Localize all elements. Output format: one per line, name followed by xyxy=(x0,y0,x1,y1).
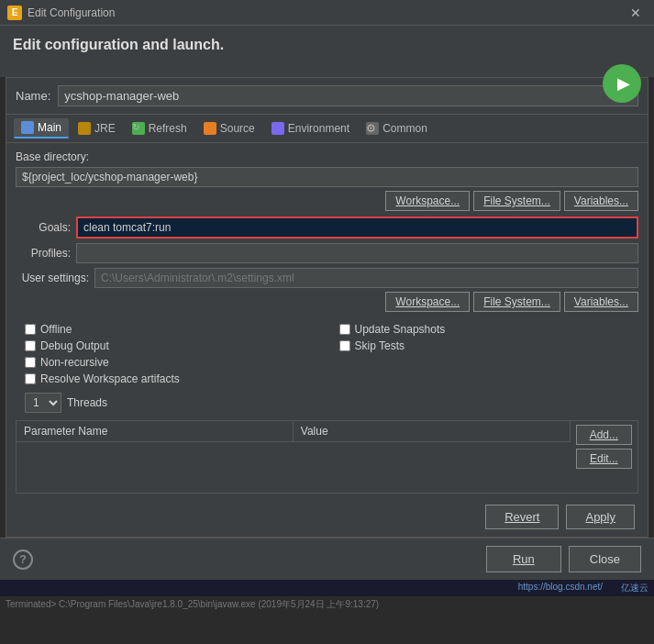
tab-jre[interactable]: JRE xyxy=(71,119,123,138)
main-content: Edit configuration and launch. xyxy=(0,26,654,77)
debug-output-label: Debug Output xyxy=(40,339,109,352)
edit-param-button[interactable]: Edit... xyxy=(576,449,632,469)
tab-refresh[interactable]: ↻ Refresh xyxy=(125,119,194,138)
update-snapshots-label: Update Snapshots xyxy=(355,323,446,336)
dialog-panel: Name: Main JRE ↻ Refresh Source Environm… xyxy=(6,77,648,538)
watermark-url: https://blog.csdn.net/ xyxy=(518,582,603,594)
status-bar: Terminated> C:\Program Files\Java\jre1.8… xyxy=(0,596,654,613)
file-system-button-2[interactable]: File System... xyxy=(473,292,560,312)
user-settings-buttons: Workspace... File System... Variables... xyxy=(16,292,638,312)
jre-tab-icon xyxy=(78,122,91,135)
workspace-button-1[interactable]: Workspace... xyxy=(385,191,470,211)
tab-main-label: Main xyxy=(38,121,61,134)
tab-source[interactable]: Source xyxy=(196,119,262,138)
revert-button[interactable]: Revert xyxy=(485,505,559,529)
non-recursive-checkbox-row: Non-recursive xyxy=(25,356,325,369)
form-area: Base directory: Workspace... File System… xyxy=(6,143,648,319)
update-snapshots-checkbox[interactable] xyxy=(339,324,350,335)
help-icon[interactable]: ? xyxy=(13,550,33,570)
footer-row: ? Run Close xyxy=(0,538,654,580)
param-table-header: Parameter Name Value xyxy=(17,421,571,442)
base-directory-label: Base directory: xyxy=(16,150,638,163)
file-system-button-1[interactable]: File System... xyxy=(473,191,560,211)
threads-select[interactable]: 1 2 4 8 xyxy=(25,393,61,413)
env-tab-icon xyxy=(272,122,284,135)
apply-button[interactable]: Apply xyxy=(566,505,635,529)
tab-refresh-label: Refresh xyxy=(149,122,187,135)
bottom-buttons: Revert Apply xyxy=(6,497,648,537)
goals-input[interactable] xyxy=(76,217,638,239)
tab-common[interactable]: ⚙ Common xyxy=(359,119,435,138)
threads-label: Threads xyxy=(67,396,107,409)
resolve-workspace-checkbox[interactable] xyxy=(25,373,36,384)
param-table-buttons: Add... Edit... xyxy=(571,421,637,493)
refresh-tab-icon: ↻ xyxy=(132,122,145,135)
profiles-label: Profiles: xyxy=(16,247,71,260)
run-footer-button[interactable]: Run xyxy=(486,546,561,572)
param-table: Parameter Name Value xyxy=(17,421,571,493)
app-icon: E xyxy=(7,6,22,20)
variables-button-2[interactable]: Variables... xyxy=(564,292,638,312)
skip-tests-label: Skip Tests xyxy=(355,339,405,352)
debug-output-checkbox[interactable] xyxy=(25,340,36,351)
profiles-row: Profiles: xyxy=(16,243,638,263)
skip-tests-checkbox-row: Skip Tests xyxy=(339,339,639,352)
debug-output-checkbox-row: Debug Output xyxy=(25,339,325,352)
header-title: Edit configuration and launch. xyxy=(13,37,641,53)
watermark-bar: https://blog.csdn.net/ 亿速云 xyxy=(0,580,654,596)
user-settings-input[interactable] xyxy=(94,268,638,288)
update-snapshots-checkbox-row: Update Snapshots xyxy=(339,323,639,336)
profiles-input[interactable] xyxy=(76,243,638,263)
offline-checkbox[interactable] xyxy=(25,324,36,335)
main-tab-icon xyxy=(21,121,34,134)
tab-source-label: Source xyxy=(220,122,255,135)
common-tab-icon: ⚙ xyxy=(366,122,379,135)
workspace-button-2[interactable]: Workspace... xyxy=(385,292,470,312)
base-directory-input[interactable] xyxy=(16,167,638,187)
name-row: Name: xyxy=(6,78,648,115)
close-button[interactable]: ✕ xyxy=(625,4,647,22)
base-dir-buttons: Workspace... File System... Variables... xyxy=(16,191,638,211)
goals-row: Goals: xyxy=(16,217,638,239)
resolve-workspace-label: Resolve Workspace artifacts xyxy=(40,372,180,385)
tab-environment-label: Environment xyxy=(288,122,349,135)
tab-main[interactable]: Main xyxy=(14,118,69,139)
run-button[interactable] xyxy=(603,64,641,103)
checkboxes-area: Offline Update Snapshots Debug Output Sk… xyxy=(6,319,648,389)
variables-button-1[interactable]: Variables... xyxy=(564,191,638,211)
resolve-workspace-checkbox-row: Resolve Workspace artifacts xyxy=(25,372,638,385)
name-input[interactable] xyxy=(58,85,638,106)
skip-tests-checkbox[interactable] xyxy=(339,340,350,351)
tab-environment[interactable]: Environment xyxy=(264,119,357,138)
non-recursive-label: Non-recursive xyxy=(40,356,109,369)
offline-checkbox-row: Offline xyxy=(25,323,325,336)
param-name-header: Parameter Name xyxy=(17,421,294,441)
threads-row: 1 2 4 8 Threads xyxy=(6,389,648,416)
tab-jre-label: JRE xyxy=(94,122,116,135)
non-recursive-checkbox[interactable] xyxy=(25,357,36,368)
title-bar: E Edit Configuration ✕ xyxy=(0,0,654,26)
param-value-header: Value xyxy=(294,421,571,441)
title-bar-text: Edit Configuration xyxy=(28,6,115,19)
user-settings-label: User settings: xyxy=(16,272,89,284)
param-table-container: Parameter Name Value Add... Edit... xyxy=(16,420,638,494)
source-tab-icon xyxy=(204,122,216,135)
close-footer-button[interactable]: Close xyxy=(569,546,641,572)
user-settings-row: User settings: xyxy=(16,268,638,288)
name-label: Name: xyxy=(16,89,50,103)
footer-actions: Run Close xyxy=(486,546,641,572)
tabs-row: Main JRE ↻ Refresh Source Environment ⚙ … xyxy=(6,115,648,143)
add-param-button[interactable]: Add... xyxy=(576,425,632,445)
watermark-brand: 亿速云 xyxy=(621,582,648,594)
tab-common-label: Common xyxy=(382,122,427,135)
status-text: Terminated> C:\Program Files\Java\jre1.8… xyxy=(6,599,379,609)
offline-label: Offline xyxy=(40,323,72,336)
goals-label: Goals: xyxy=(16,221,71,234)
